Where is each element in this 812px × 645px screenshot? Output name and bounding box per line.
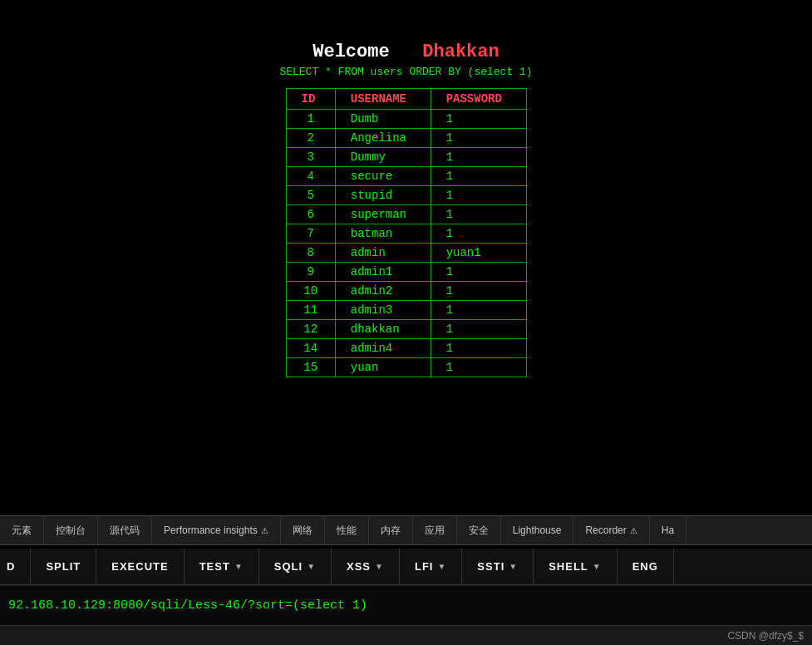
welcome-heading: Welcome Dhakkan — [312, 42, 499, 62]
cell-id: 4 — [286, 167, 335, 186]
toolbar-button-label: LFI — [415, 560, 434, 573]
cell-username: admin1 — [335, 263, 431, 282]
col-username: USERNAME — [335, 89, 431, 110]
devtools-tab-label: 网络 — [293, 524, 312, 538]
cell-password: 1 — [431, 224, 526, 244]
table-row: 9 admin1 1 — [286, 263, 526, 282]
toolbar: DSPLITEXECUTETEST▼SQLI▼XSS▼LFI▼SSTI▼SHEL… — [0, 549, 812, 585]
cell-password: 1 — [431, 282, 526, 301]
dropdown-arrow-icon: ▼ — [375, 562, 384, 571]
cell-id: 8 — [286, 244, 335, 263]
toolbar-button[interactable]: SHELL▼ — [534, 549, 618, 584]
toolbar-button-label: ENG — [632, 560, 658, 573]
tab-warning-icon: ⚠ — [261, 526, 268, 535]
cell-username: Dummy — [335, 148, 431, 167]
toolbar-button-label: TEST — [199, 560, 230, 573]
cell-password: 1 — [431, 358, 526, 377]
devtools-tab[interactable]: 网络 — [281, 516, 325, 544]
toolbar-button[interactable]: SQLI▼ — [259, 549, 332, 584]
cell-id: 11 — [286, 301, 335, 320]
table-row: 12 dhakkan 1 — [286, 320, 526, 339]
devtools-tab-label: 安全 — [469, 524, 489, 538]
toolbar-button-label: SQLI — [274, 560, 303, 573]
toolbar-button[interactable]: SPLIT — [31, 549, 96, 584]
username-display: Dhakkan — [422, 42, 499, 62]
cell-id: 15 — [286, 358, 335, 377]
cell-username: Angelina — [335, 129, 431, 148]
devtools-tab-label: 元素 — [12, 524, 32, 538]
dropdown-arrow-icon: ▼ — [593, 562, 602, 571]
status-text: CSDN @dfzy$_$ — [727, 630, 804, 642]
devtools-tab[interactable]: 源代码 — [98, 516, 152, 544]
toolbar-button[interactable]: XSS▼ — [332, 549, 400, 584]
cell-id: 1 — [286, 110, 335, 129]
toolbar-button[interactable]: EXECUTE — [96, 549, 184, 584]
cell-password: 1 — [431, 186, 526, 205]
cell-username: dhakkan — [335, 320, 431, 339]
cell-password: 1 — [431, 263, 526, 282]
devtools-tab-label: 源代码 — [110, 524, 140, 538]
cell-id: 9 — [286, 263, 335, 282]
cell-id: 10 — [286, 282, 335, 301]
cell-password: 1 — [431, 301, 526, 320]
toolbar-button[interactable]: SSTI▼ — [462, 549, 534, 584]
devtools-tab-label: 控制台 — [56, 524, 86, 538]
table-row: 2 Angelina 1 — [286, 129, 526, 148]
status-bar: CSDN @dfzy$_$ — [0, 625, 812, 645]
cell-username: secure — [335, 167, 431, 186]
cell-username: admin3 — [335, 301, 431, 320]
cell-password: 1 — [431, 110, 526, 129]
devtools-tab[interactable]: 应用 — [413, 516, 457, 544]
devtools-tab-label: 性能 — [337, 524, 357, 538]
dropdown-arrow-icon: ▼ — [307, 562, 316, 571]
devtools-tab[interactable]: 内存 — [369, 516, 413, 544]
toolbar-button-label: EXECUTE — [111, 560, 168, 573]
cell-password: 1 — [431, 167, 526, 186]
devtools-tab[interactable]: 安全 — [457, 516, 501, 544]
cell-password: 1 — [431, 129, 526, 148]
cell-password: 1 — [431, 320, 526, 339]
toolbar-button-label: XSS — [347, 560, 371, 573]
toolbar-button-label: SPLIT — [46, 560, 81, 573]
sql-query: SELECT * FROM users ORDER BY (select 1) — [279, 66, 532, 78]
dropdown-arrow-icon: ▼ — [437, 562, 446, 571]
devtools-tab-label: Performance insights — [164, 524, 258, 536]
url-bar: 92.168.10.129:8080/sqli/Less-46/?sort=(s… — [0, 585, 812, 625]
toolbar-button[interactable]: D — [0, 549, 31, 584]
devtools-tab-label: 内存 — [381, 524, 401, 538]
cell-username: superman — [335, 205, 431, 224]
table-row: 14 admin4 1 — [286, 339, 526, 358]
cell-username: Dumb — [335, 110, 431, 129]
table-row: 11 admin3 1 — [286, 301, 526, 320]
devtools-tab[interactable]: 性能 — [325, 516, 369, 544]
table-row: 6 superman 1 — [286, 205, 526, 224]
cell-password: yuan1 — [431, 244, 526, 263]
devtools-tab-label: 应用 — [425, 524, 445, 538]
devtools-tab-label: Ha — [662, 524, 674, 536]
table-row: 15 yuan 1 — [286, 358, 526, 377]
center-panel: Welcome Dhakkan SELECT * FROM users ORDE… — [279, 42, 532, 449]
cell-username: stupid — [335, 186, 431, 205]
table-row: 5 stupid 1 — [286, 186, 526, 205]
tab-warning-icon: ⚠ — [630, 526, 637, 535]
cell-password: 1 — [431, 205, 526, 224]
welcome-label: Welcome — [312, 42, 389, 62]
toolbar-button[interactable]: TEST▼ — [185, 549, 259, 584]
col-password: PASSWORD — [431, 89, 526, 110]
table-row: 4 secure 1 — [286, 167, 526, 186]
toolbar-button[interactable]: LFI▼ — [400, 549, 462, 584]
toolbar-button[interactable]: ENG — [618, 549, 674, 584]
cell-username: batman — [335, 224, 431, 244]
cell-id: 2 — [286, 129, 335, 148]
devtools-tab[interactable]: Lighthouse — [501, 516, 574, 544]
main-content: Welcome Dhakkan SELECT * FROM users ORDE… — [0, 0, 812, 449]
devtools-tab[interactable]: Ha — [650, 516, 687, 544]
devtools-tab[interactable]: 元素 — [0, 516, 44, 544]
table-header-row: ID USERNAME PASSWORD — [286, 89, 526, 110]
devtools-tab[interactable]: 控制台 — [44, 516, 98, 544]
col-id: ID — [286, 89, 335, 110]
toolbar-button-label: SHELL — [549, 560, 588, 573]
cell-id: 12 — [286, 320, 335, 339]
devtools-tab[interactable]: Recorder⚠ — [573, 516, 649, 544]
devtools-tab[interactable]: Performance insights⚠ — [152, 516, 281, 544]
